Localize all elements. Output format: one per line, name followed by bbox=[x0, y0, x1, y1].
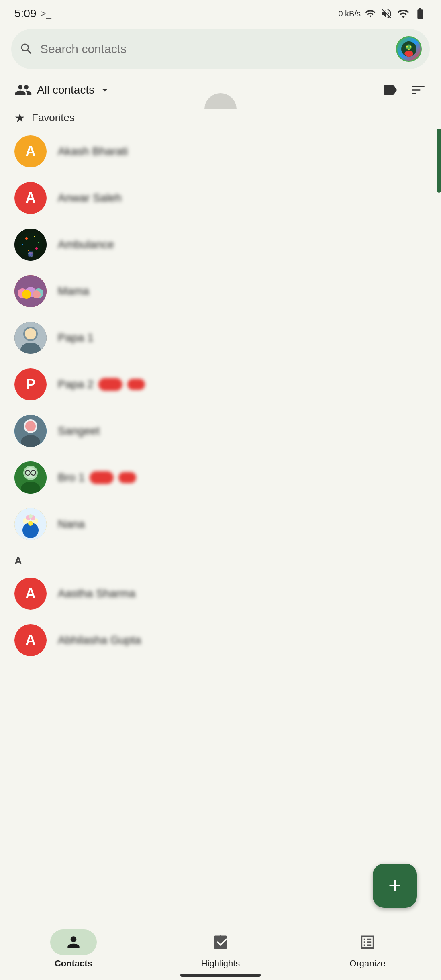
red-badge bbox=[90, 471, 114, 484]
nav-item-organize[interactable]: Organize bbox=[294, 929, 441, 969]
nav-item-highlights[interactable]: Highlights bbox=[147, 929, 294, 969]
contact-item[interactable]: Bro 1 bbox=[0, 454, 441, 501]
contact-name: Bro 1 bbox=[58, 471, 85, 484]
contact-name: Papa 1 bbox=[58, 331, 94, 344]
contact-item[interactable]: Mama bbox=[0, 268, 441, 314]
scroll-indicator[interactable] bbox=[437, 129, 441, 193]
nav-item-contacts[interactable]: Contacts bbox=[0, 929, 147, 969]
toolbar-right bbox=[382, 82, 427, 98]
svg-point-2 bbox=[404, 51, 413, 57]
contact-avatar: A bbox=[14, 135, 47, 167]
svg-point-23 bbox=[25, 328, 36, 339]
search-bar[interactable] bbox=[11, 29, 430, 69]
highlights-nav-icon bbox=[212, 933, 229, 951]
network-speed: 0 kB/s bbox=[338, 9, 361, 18]
contact-name: Abhilasha Gupta bbox=[58, 634, 141, 647]
contact-name-wrapper: Aastha Sharma bbox=[58, 587, 427, 600]
add-icon: + bbox=[388, 874, 402, 897]
contact-avatar: A bbox=[14, 624, 47, 656]
contact-item[interactable]: 🎆 Ambulance bbox=[0, 221, 441, 268]
data-icon bbox=[365, 8, 376, 19]
svg-point-3 bbox=[406, 46, 408, 48]
contact-name: Mama bbox=[58, 285, 89, 298]
mute-icon bbox=[380, 7, 393, 20]
favorites-label: Favorites bbox=[32, 112, 75, 124]
contact-item[interactable]: A Abhilasha Gupta bbox=[0, 617, 441, 664]
red-badge bbox=[98, 378, 122, 391]
contact-avatar bbox=[14, 508, 47, 540]
svg-point-11 bbox=[35, 247, 38, 250]
svg-point-27 bbox=[25, 421, 36, 431]
contact-name-wrapper: Sangeet bbox=[58, 425, 427, 437]
organize-nav-label: Organize bbox=[349, 958, 385, 969]
contact-name-wrapper: Papa 1 bbox=[58, 331, 427, 344]
add-contact-fab[interactable]: + bbox=[373, 864, 417, 908]
chevron-down-icon[interactable] bbox=[99, 84, 110, 96]
contact-item[interactable]: Nana bbox=[0, 501, 441, 547]
contact-name-wrapper: Bro 1 bbox=[58, 471, 427, 484]
organize-nav-icon bbox=[359, 933, 376, 951]
svg-point-9 bbox=[38, 242, 39, 243]
contact-avatar bbox=[14, 415, 47, 447]
user-avatar[interactable] bbox=[396, 36, 422, 62]
contacts-nav-icon bbox=[65, 933, 82, 951]
contact-item[interactable]: Sangeet bbox=[0, 408, 441, 454]
svg-point-8 bbox=[34, 236, 35, 237]
contact-avatar: 🎆 bbox=[14, 229, 47, 261]
contact-item[interactable]: Papa 1 bbox=[0, 314, 441, 361]
toolbar-left[interactable]: All contacts bbox=[14, 81, 110, 99]
alpha-section: A A Aastha Sharma A Abhilasha Gupta bbox=[0, 547, 441, 664]
star-icon: ★ bbox=[14, 111, 25, 125]
contact-name-wrapper: Mama bbox=[58, 285, 427, 298]
contact-name: Papa 2 bbox=[58, 378, 94, 391]
alpha-header: A bbox=[0, 547, 441, 570]
terminal-icon: >_ bbox=[41, 8, 51, 19]
svg-point-37 bbox=[28, 521, 33, 526]
contact-name: Akash Bharati bbox=[58, 145, 128, 158]
contact-item[interactable]: P Papa 2 bbox=[0, 361, 441, 408]
contact-item[interactable]: A Akash Bharati bbox=[0, 128, 441, 175]
filter-icon[interactable] bbox=[410, 82, 427, 98]
contact-name-wrapper: Abhilasha Gupta bbox=[58, 634, 427, 647]
all-contacts-label: All contacts bbox=[37, 84, 94, 96]
svg-text:🎆: 🎆 bbox=[28, 251, 34, 257]
contact-avatar: P bbox=[14, 368, 47, 400]
contact-name: Anwar Saleh bbox=[58, 192, 122, 204]
contact-avatar: A bbox=[14, 578, 47, 610]
contact-name: Sangeet bbox=[58, 425, 100, 437]
status-icons: 0 kB/s bbox=[338, 7, 427, 20]
contacts-nav-label: Contacts bbox=[55, 958, 92, 969]
organize-nav-icon-wrap bbox=[344, 929, 391, 955]
svg-point-42 bbox=[29, 514, 33, 518]
contact-avatar bbox=[14, 461, 47, 494]
wifi-icon bbox=[397, 7, 410, 20]
highlights-nav-icon-wrap bbox=[197, 929, 244, 955]
svg-point-19 bbox=[33, 290, 41, 298]
contacts-icon bbox=[14, 81, 32, 99]
contacts-nav-bg bbox=[50, 929, 97, 955]
contact-avatar: A bbox=[14, 182, 47, 214]
bottom-nav: Contacts Highlights Organize bbox=[0, 923, 441, 980]
contact-name-wrapper: Papa 2 bbox=[58, 378, 427, 391]
highlights-nav-label: Highlights bbox=[201, 958, 240, 969]
red-badge-sm bbox=[118, 472, 136, 483]
contact-name-wrapper: Ambulance bbox=[58, 238, 427, 251]
red-badge-sm bbox=[127, 379, 145, 390]
contact-name-wrapper: Anwar Saleh bbox=[58, 192, 427, 204]
contact-avatar bbox=[14, 275, 47, 307]
contact-item[interactable]: A Aastha Sharma bbox=[0, 570, 441, 617]
search-icon bbox=[19, 42, 34, 56]
label-icon[interactable] bbox=[382, 82, 398, 98]
status-bar: 5:09 >_ 0 kB/s bbox=[0, 0, 441, 25]
contact-name: Aastha Sharma bbox=[58, 587, 135, 600]
svg-point-4 bbox=[410, 46, 412, 48]
contact-name-wrapper: Nana bbox=[58, 518, 427, 531]
contact-avatar bbox=[14, 322, 47, 354]
contact-name: Nana bbox=[58, 518, 85, 531]
search-input[interactable] bbox=[40, 42, 390, 56]
svg-point-10 bbox=[22, 244, 23, 245]
battery-icon bbox=[414, 7, 427, 20]
status-time: 5:09 bbox=[14, 7, 37, 20]
contact-name: Ambulance bbox=[58, 238, 114, 251]
contact-item[interactable]: A Anwar Saleh bbox=[0, 175, 441, 221]
